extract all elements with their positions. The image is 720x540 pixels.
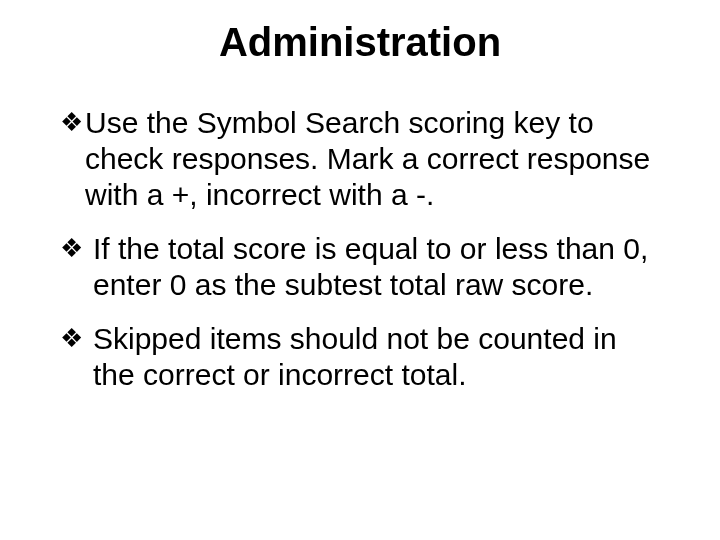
list-item: ❖ Skipped items should not be counted in…: [60, 321, 660, 393]
slide: Administration ❖ Use the Symbol Search s…: [0, 0, 720, 540]
diamond-bullet-icon: ❖: [60, 231, 83, 266]
diamond-bullet-icon: ❖: [60, 105, 83, 140]
list-item-text: Use the Symbol Search scoring key to che…: [85, 105, 660, 213]
diamond-bullet-icon: ❖: [60, 321, 83, 356]
slide-title: Administration: [40, 20, 680, 65]
list-item-text: If the total score is equal to or less t…: [93, 231, 660, 303]
list-item: ❖ If the total score is equal to or less…: [60, 231, 660, 303]
bullet-list: ❖ Use the Symbol Search scoring key to c…: [60, 105, 660, 393]
list-item: ❖ Use the Symbol Search scoring key to c…: [60, 105, 660, 213]
list-item-text: Skipped items should not be counted in t…: [93, 321, 660, 393]
